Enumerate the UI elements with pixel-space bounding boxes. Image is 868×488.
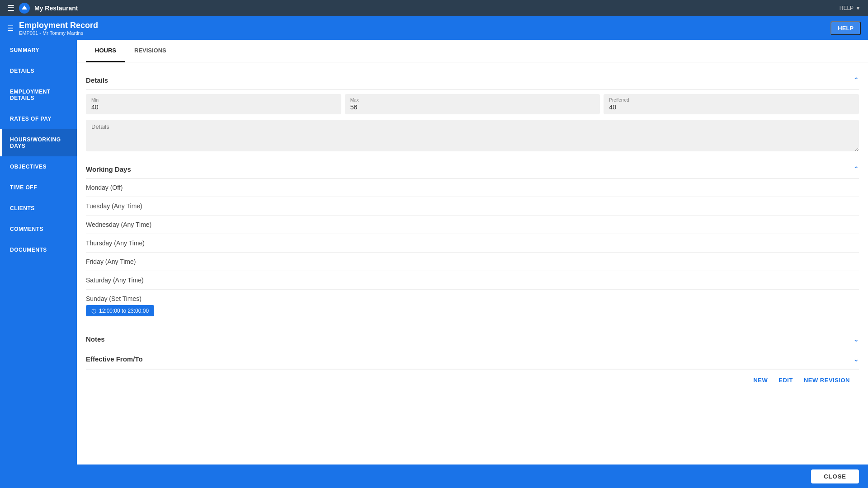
- sidebar-item-summary[interactable]: SUMMARY: [0, 40, 77, 61]
- secondary-nav-title: Employment Record EMP001 - Mr Tommy Mart…: [19, 21, 98, 36]
- min-value: 40: [91, 103, 336, 111]
- working-day-thursday: Thursday (Any Time): [86, 234, 859, 253]
- app-body: SUMMARY DETAILS EMPLOYMENT DETAILS RATES…: [0, 40, 868, 488]
- effective-from-to-section[interactable]: Effective From/To ⌄: [86, 349, 859, 369]
- working-day-monday: Monday (Off): [86, 178, 859, 197]
- working-days-chevron-up-icon: ⌃: [853, 165, 859, 174]
- hamburger-icon[interactable]: ☰: [7, 3, 14, 13]
- tabs-bar: HOURS REVISIONS: [77, 40, 868, 62]
- new-button[interactable]: NEW: [753, 377, 768, 384]
- effective-from-to-title: Effective From/To: [86, 355, 143, 363]
- sidebar-item-comments[interactable]: COMMENTS: [0, 219, 77, 239]
- tab-hours[interactable]: HOURS: [86, 40, 125, 62]
- svg-marker-0: [22, 5, 27, 9]
- pref-field: Prefferred 40: [604, 94, 859, 114]
- content-area: Details ⌃ Min 40 Max 56 Preffer: [77, 71, 868, 400]
- working-days-section-header[interactable]: Working Days ⌃: [86, 160, 859, 178]
- chevron-down-icon: ▼: [855, 5, 861, 11]
- sidebar-item-hours-working-days[interactable]: HOURS/WORKING DAYS: [0, 129, 77, 156]
- record-subtitle: EMP001 - Mr Tommy Martins: [19, 30, 98, 36]
- secondary-help-button[interactable]: HELP: [830, 21, 861, 35]
- top-nav-help-button[interactable]: HELP ▼: [840, 5, 861, 11]
- sidebar: SUMMARY DETAILS EMPLOYMENT DETAILS RATES…: [0, 40, 77, 488]
- top-nav: ☰ My Restaurant HELP ▼: [0, 0, 868, 16]
- working-day-sunday: Sunday (Set Times) ◷ 12:00:00 to 23:00:0…: [86, 290, 859, 322]
- notes-title: Notes: [86, 335, 105, 343]
- top-nav-left: ☰ My Restaurant: [7, 3, 78, 14]
- notes-section[interactable]: Notes ⌄: [86, 329, 859, 349]
- sidebar-item-time-off[interactable]: TIME OFF: [0, 177, 77, 198]
- sidebar-item-objectives[interactable]: OBJECTIVES: [0, 156, 77, 177]
- secondary-nav: ☰ Employment Record EMP001 - Mr Tommy Ma…: [0, 16, 868, 40]
- details-textarea[interactable]: [86, 120, 859, 151]
- main-content: HOURS REVISIONS Details ⌃ Min 4: [77, 40, 868, 488]
- notes-chevron-down-icon: ⌄: [853, 335, 859, 343]
- effective-chevron-down-icon: ⌄: [853, 355, 859, 363]
- sidebar-item-clients[interactable]: CLIENTS: [0, 198, 77, 219]
- secondary-hamburger-icon[interactable]: ☰: [7, 24, 14, 33]
- sidebar-item-details[interactable]: DETAILS: [0, 61, 77, 81]
- record-title: Employment Record: [19, 21, 98, 30]
- working-day-wednesday: Wednesday (Any Time): [86, 216, 859, 234]
- pref-label: Prefferred: [609, 98, 854, 103]
- working-days-section: Working Days ⌃ Monday (Off) Tuesday (Any…: [86, 160, 859, 322]
- details-section-header[interactable]: Details ⌃: [86, 71, 859, 89]
- working-day-saturday: Saturday (Any Time): [86, 271, 859, 290]
- tab-revisions[interactable]: REVISIONS: [125, 40, 175, 62]
- details-chevron-up-icon: ⌃: [853, 76, 859, 84]
- app-logo: [19, 3, 30, 14]
- working-day-friday: Friday (Any Time): [86, 253, 859, 271]
- sunday-time-badge: ◷ 12:00:00 to 23:00:00: [86, 305, 154, 316]
- action-bar: NEW EDIT NEW REVISION: [86, 369, 859, 391]
- modal-panel: HOURS REVISIONS Details ⌃ Min 4: [77, 40, 868, 465]
- bottom-bar: CLOSE: [0, 465, 868, 488]
- details-section: Details ⌃ Min 40 Max 56 Preffer: [86, 71, 859, 153]
- close-button[interactable]: CLOSE: [811, 469, 859, 483]
- max-field: Max 56: [345, 94, 600, 114]
- details-fields-row: Min 40 Max 56 Prefferred 40: [86, 94, 859, 114]
- clock-icon: ◷: [91, 307, 96, 314]
- min-label: Min: [91, 98, 336, 103]
- working-days-title: Working Days: [86, 165, 131, 173]
- edit-button[interactable]: EDIT: [778, 377, 793, 384]
- max-label: Max: [350, 98, 595, 103]
- sunday-time-value: 12:00:00 to 23:00:00: [99, 308, 149, 314]
- secondary-nav-left: ☰ Employment Record EMP001 - Mr Tommy Ma…: [7, 21, 98, 36]
- app-title: My Restaurant: [34, 5, 78, 12]
- sidebar-item-documents[interactable]: DOCUMENTS: [0, 239, 77, 260]
- details-section-title: Details: [86, 76, 108, 84]
- max-value: 56: [350, 103, 595, 111]
- sidebar-item-employment-details[interactable]: EMPLOYMENT DETAILS: [0, 81, 77, 108]
- new-revision-button[interactable]: NEW REVISION: [804, 377, 850, 384]
- sidebar-item-rates-of-pay[interactable]: RATES OF PAY: [0, 108, 77, 129]
- working-day-tuesday: Tuesday (Any Time): [86, 197, 859, 216]
- pref-value: 40: [609, 103, 854, 111]
- min-field: Min 40: [86, 94, 341, 114]
